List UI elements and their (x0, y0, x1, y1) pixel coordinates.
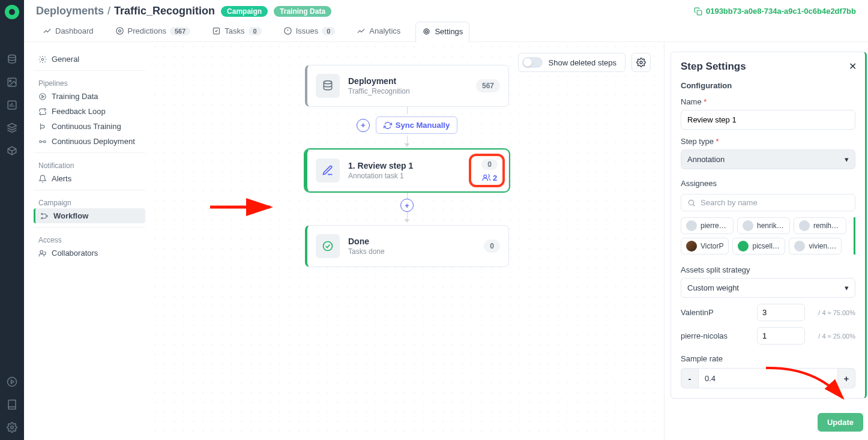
node-deployment-title: Deployment (348, 76, 410, 86)
tab-tasks[interactable]: Tasks0 (205, 21, 268, 41)
svg-point-20 (640, 61, 642, 64)
split-strategy-select[interactable]: Custom weight▾ (681, 278, 855, 298)
node-done-sub: Tasks done (348, 247, 385, 256)
node-done-title: Done (348, 237, 385, 246)
app-logo[interactable] (5, 5, 19, 19)
issues-count: 0 (322, 27, 335, 35)
svg-point-4 (8, 378, 17, 387)
svg-point-25 (689, 200, 693, 205)
split-input-valentin[interactable] (757, 304, 805, 321)
deployment-id[interactable]: 0193bb73-a0e8-734a-a9c1-0c6b4e2df7bb (706, 7, 856, 16)
sidebar-item-feedback-loop[interactable]: Feedback Loop (34, 104, 145, 119)
tab-predictions[interactable]: Predictions567 (109, 21, 197, 41)
chip-henrik[interactable]: henrik.… (737, 217, 790, 234)
database-icon[interactable] (7, 54, 17, 65)
node-review-title: 1. Review step 1 (348, 161, 413, 170)
label-split: Assets split strategy (681, 265, 855, 274)
left-rail (0, 0, 24, 440)
node-deployment-sub: Traffic_Recognition (348, 87, 410, 95)
svg-point-14 (40, 140, 42, 143)
node-review-sub: Annotation task 1 (348, 172, 413, 180)
add-step-button-2[interactable]: + (400, 199, 414, 212)
play-icon[interactable] (7, 376, 17, 387)
sidebar-item-continuous-training[interactable]: Continuous Training (34, 119, 145, 134)
svg-point-15 (44, 140, 46, 143)
sidebar-item-alerts[interactable]: Alerts (34, 171, 145, 186)
breadcrumb-root[interactable]: Deployments (36, 5, 104, 17)
copy-icon[interactable] (694, 7, 702, 16)
layers-icon[interactable] (7, 122, 17, 133)
chip-pierre[interactable]: pierre_… (681, 217, 734, 234)
settings-icon[interactable] (7, 422, 17, 433)
node-deployment[interactable]: Deployment Traffic_Recognition 567 (305, 65, 509, 107)
sidebar-item-workflow[interactable]: Workflow (34, 208, 145, 223)
group-campaign: Campaign (34, 195, 145, 208)
group-pipelines: Pipelines (34, 76, 145, 89)
tab-issues[interactable]: Issues0 (277, 21, 342, 41)
chip-victor[interactable]: VictorP (681, 238, 729, 255)
chevron-down-icon: ▾ (845, 283, 849, 292)
sync-manually-button[interactable]: Sync Manually (376, 116, 457, 134)
sample-value[interactable]: 0.4 (699, 368, 837, 388)
group-access: Access (34, 232, 145, 246)
svg-point-17 (41, 217, 43, 218)
assignee-search[interactable]: Search by name (681, 194, 855, 211)
tabs: Dashboard Predictions567 Tasks0 Issues0 … (24, 21, 868, 42)
canvas-settings-button[interactable] (631, 53, 651, 72)
sample-plus[interactable]: + (837, 368, 855, 388)
svg-point-19 (40, 250, 43, 253)
sidebar-item-general[interactable]: General (34, 52, 145, 67)
close-icon[interactable]: ✕ (849, 61, 857, 72)
add-step-button[interactable]: + (357, 119, 370, 132)
header: Deployments / Traffic_Recognition Campai… (24, 0, 868, 21)
tab-settings[interactable]: Settings (415, 22, 469, 42)
sample-minus[interactable]: - (681, 368, 699, 388)
workflow-canvas: Show deleted steps Deployment Traffic_Re… (150, 42, 664, 440)
chip-picsellia[interactable]: picselli… (732, 238, 785, 255)
label-type: Step type (681, 137, 714, 146)
badge-campaign: Campaign (221, 6, 268, 17)
node-done-count: 0 (484, 240, 500, 253)
assignee-chips: pierre_… henrik.… remihe… VictorP picsel… (681, 217, 855, 255)
predictions-count: 567 (170, 27, 190, 35)
tasks-count: 0 (249, 27, 262, 35)
annotation-arrow-1 (210, 198, 282, 216)
step-settings-panel-wrap: Step Settings ✕ Configuration Name * Ste… (664, 42, 868, 440)
node-review-step[interactable]: 1. Review step 1 Annotation task 1 0 2 (305, 149, 509, 191)
svg-point-13 (40, 93, 46, 100)
step-type-select[interactable]: Annotation▾ (681, 149, 855, 169)
sample-rate-stepper: - 0.4 + (681, 368, 855, 388)
svg-point-8 (118, 30, 121, 32)
breadcrumb-sep: / (107, 5, 110, 17)
svg-point-12 (41, 58, 44, 61)
svg-point-2 (10, 80, 11, 82)
svg-rect-6 (697, 10, 702, 15)
svg-point-21 (324, 81, 331, 84)
sidebar-item-continuous-deployment[interactable]: Continuous Deployment (34, 134, 145, 149)
svg-point-16 (41, 213, 43, 214)
book-icon[interactable] (7, 399, 17, 410)
show-deleted-toggle[interactable]: Show deleted steps (518, 53, 625, 72)
node-done[interactable]: Done Tasks done 0 (305, 225, 509, 267)
image-icon[interactable] (7, 77, 17, 88)
split-row-pierre: pierre-nicolas / 4 ≈ 25.00% (681, 327, 855, 345)
node-deployment-count: 567 (476, 79, 500, 92)
sidebar-item-training-data[interactable]: Training Data (34, 89, 145, 104)
chip-vivien[interactable]: vivien.… (789, 238, 842, 255)
split-row-valentin: ValentinP / 4 ≈ 75.00% (681, 304, 855, 321)
chip-remi[interactable]: remihe… (794, 217, 846, 234)
label-assignees: Assignees (681, 179, 717, 188)
node-review-assignees: 2 (482, 173, 497, 182)
tab-dashboard[interactable]: Dashboard (36, 21, 100, 41)
tab-analytics[interactable]: Analytics (350, 21, 407, 41)
update-button[interactable]: Update (818, 413, 863, 432)
chevron-down-icon: ▾ (845, 155, 849, 164)
svg-point-5 (11, 426, 14, 429)
cube-icon[interactable] (7, 145, 17, 156)
name-input[interactable] (681, 110, 855, 130)
breadcrumb-leaf: Traffic_Recognition (114, 5, 215, 17)
sidebar-item-collaborators[interactable]: Collaborators (34, 246, 145, 261)
split-input-pierre[interactable] (757, 327, 805, 345)
svg-point-11 (426, 31, 428, 33)
chart-icon[interactable] (7, 100, 17, 110)
